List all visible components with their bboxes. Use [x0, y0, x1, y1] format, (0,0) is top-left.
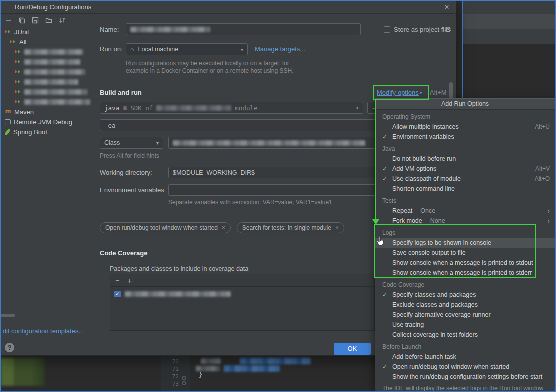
- dialog-titlebar[interactable]: Run/Debug Configurations ×: [1, 1, 456, 14]
- menu-item-allow-multiple-instances[interactable]: Allow multiple instancesAlt+U: [375, 122, 555, 132]
- tree-item-label: Maven: [14, 108, 34, 116]
- remove-icon[interactable]: [4, 16, 13, 25]
- menu-item-shortcut: Alt+U: [531, 123, 550, 130]
- menu-item-save-console-output-to-file[interactable]: Save console output to file: [375, 248, 555, 258]
- jre-select[interactable]: java 8 SDK of module ▾: [100, 102, 363, 114]
- copy-icon[interactable]: [17, 16, 26, 25]
- chip-search-for-tests-in-single-module[interactable]: Search for tests: In single module×: [237, 222, 344, 233]
- run-on-select[interactable]: ⌂ Local machine ▾: [126, 43, 248, 55]
- menu-item-label: Use tracing: [392, 321, 424, 328]
- tree-item-maven[interactable]: Maven: [1, 107, 93, 117]
- ok-button[interactable]: OK: [334, 343, 371, 355]
- menu-item-show-console-when-a-message-is-printed-to-[interactable]: Show console when a message is printed t…: [375, 258, 555, 268]
- dialog-title: Run/Debug Configurations: [15, 1, 91, 14]
- add-icon[interactable]: +: [127, 276, 132, 285]
- help-icon[interactable]: ?: [5, 343, 14, 352]
- menu-item-label: Allow multiple instances: [392, 123, 459, 130]
- background-panel-row: [463, 1, 555, 14]
- menu-title: Add Run Options: [375, 99, 555, 110]
- name-value-redacted: [130, 27, 210, 32]
- run-on-help-line2: example in a Docker Container or on a re…: [126, 67, 294, 74]
- sort-icon[interactable]: [58, 16, 67, 25]
- chip-label: Open run/debug tool window when started: [105, 224, 218, 231]
- menu-item-open-run-debug-tool-window-when-started[interactable]: ✓Open run/debug tool window when started: [375, 362, 555, 372]
- chip-close-icon[interactable]: ×: [222, 224, 225, 231]
- tree-item-all[interactable]: All: [1, 37, 93, 47]
- tree-item-redacted[interactable]: [1, 97, 93, 107]
- submenu-arrow-icon: ›: [543, 207, 550, 214]
- close-icon[interactable]: ×: [440, 1, 454, 14]
- manage-targets-link[interactable]: Manage targets...: [255, 43, 305, 55]
- menu-item-show-console-when-a-message-is-printed-to-[interactable]: Show console when a message is printed t…: [375, 268, 555, 278]
- menu-item-specify-alternative-coverage-runner[interactable]: Specify alternative coverage runner: [375, 310, 555, 320]
- jre-prefix: java 8: [104, 104, 127, 112]
- tree-item-remote-jvm-debug[interactable]: Remote JVM Debug: [1, 117, 93, 127]
- tree-item-junit[interactable]: JUnit: [1, 27, 93, 37]
- name-input[interactable]: [126, 23, 361, 35]
- working-directory-label: Working directory:: [100, 167, 152, 179]
- junit-icon: [15, 59, 21, 65]
- menu-item-label: Do not build before run: [392, 155, 456, 162]
- menu-item-environment-variables[interactable]: ✓Environment variables: [375, 132, 555, 142]
- editor-code-selection-redacted: [240, 358, 311, 364]
- save-icon[interactable]: [31, 16, 40, 25]
- line-number: 70: [162, 358, 179, 365]
- add-run-options-menu: Add Run Options Operating SystemAllow mu…: [375, 98, 555, 391]
- gutter-icon[interactable]: [182, 376, 186, 380]
- menu-item-use-tracing[interactable]: Use tracing: [375, 320, 555, 330]
- chevron-down-icon: ▾: [241, 47, 243, 52]
- tree-item-redacted[interactable]: [1, 87, 93, 97]
- menu-item-label: Show console when a message is printed t…: [392, 269, 532, 276]
- chips-row: Open run/debug tool window when started×…: [100, 222, 344, 233]
- chip-close-icon[interactable]: ×: [335, 224, 339, 231]
- tree-item-redacted[interactable]: [1, 47, 93, 57]
- screen: 70717273 } Run/Debug Configurations ×: [0, 0, 556, 392]
- tree-item-redacted-label: [24, 49, 83, 55]
- gutter-icon[interactable]: [182, 381, 186, 385]
- menu-item-do-not-build-before-run[interactable]: Do not build before run: [375, 154, 555, 164]
- gear-icon[interactable]: ⚙: [445, 24, 451, 36]
- build-and-run-title: Build and run: [100, 89, 142, 96]
- menu-item-add-before-launch-task[interactable]: Add before launch task: [375, 352, 555, 362]
- run-on-label: Run on:: [100, 43, 123, 55]
- menu-item-exclude-classes-and-packages[interactable]: Exclude classes and packages: [375, 300, 555, 310]
- remove-icon[interactable]: −: [115, 276, 119, 284]
- menu-item-specify-logs-to-be-shown-in-console[interactable]: Specify logs to be shown in console: [375, 238, 555, 248]
- store-as-project-file-checkbox[interactable]: [384, 26, 390, 33]
- menu-section-before-launch: Before Launch: [375, 340, 555, 352]
- modify-options-link[interactable]: Modify options: [377, 87, 419, 99]
- menu-item-specify-classes-and-packages[interactable]: ✓Specify classes and packages: [375, 290, 555, 300]
- coverage-row-redacted: [125, 291, 231, 297]
- menu-item-add-vm-options[interactable]: ✓Add VM optionsAlt+V: [375, 164, 555, 174]
- tree-item-redacted-label: [24, 69, 85, 75]
- menu-item-shortcut: Alt+V: [531, 165, 550, 172]
- menu-item-fork-mode[interactable]: Fork modeNone›: [375, 216, 555, 226]
- menu-item-shorten-command-line[interactable]: Shorten command line: [375, 184, 555, 194]
- move-to-folder-icon[interactable]: [44, 16, 53, 25]
- background-panel-row: [463, 29, 555, 44]
- menu-item-label: Environment variables: [392, 133, 454, 140]
- editor-gutter: 70717273: [162, 358, 179, 388]
- code-coverage-title: Code Coverage: [100, 249, 147, 257]
- class-kind-select[interactable]: Class ▾: [100, 137, 163, 149]
- coverage-row-checkbox[interactable]: ✓: [114, 291, 121, 297]
- edit-configuration-templates-link[interactable]: Edit configuration templates...: [1, 327, 84, 335]
- tree-horizontal-scrollbar[interactable]: [1, 314, 15, 317]
- checkmark-icon: ✓: [382, 363, 392, 370]
- menu-item-use-classpath-of-module[interactable]: ✓Use classpath of moduleAlt+O: [375, 174, 555, 184]
- menu-item-show-the-run-debug-configuration-settings-[interactable]: Show the run/debug configuration setting…: [375, 372, 555, 382]
- jre-mid: SDK of: [130, 104, 153, 112]
- editor-code-redacted: [1, 358, 45, 386]
- tree-item-redacted-label: [24, 89, 87, 95]
- tree-item-redacted[interactable]: [1, 57, 93, 67]
- tree-item-redacted[interactable]: [1, 77, 93, 87]
- menu-section-tests: Tests: [375, 194, 555, 206]
- coverage-row[interactable]: ✓: [110, 287, 374, 297]
- run-on-value: Local machine: [138, 46, 179, 53]
- checkmark-icon: ✓: [382, 291, 392, 298]
- tree-item-spring-boot[interactable]: Spring Boot: [1, 127, 93, 137]
- chip-open-run-debug-tool-window-when-started[interactable]: Open run/debug tool window when started×: [100, 222, 231, 233]
- tree-item-redacted[interactable]: [1, 67, 93, 77]
- menu-item-collect-coverage-in-test-folders[interactable]: Collect coverage in test folders: [375, 330, 555, 340]
- menu-item-repeat[interactable]: RepeatOnce›: [375, 206, 555, 216]
